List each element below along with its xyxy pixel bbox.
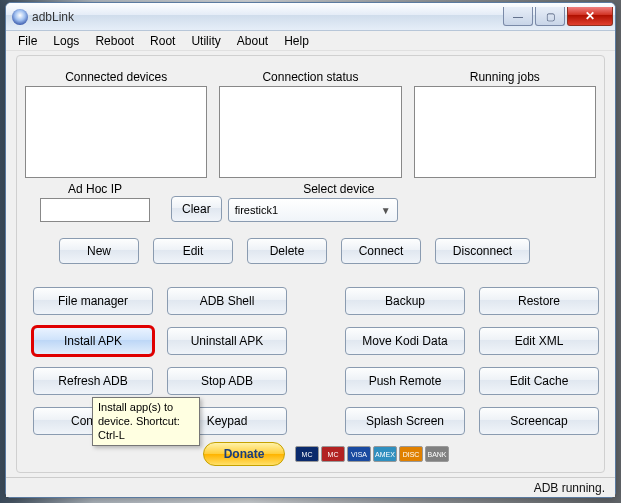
select-device-label: Select device (228, 182, 450, 196)
install-apk-tooltip: Install app(s) to device. Shortcut: Ctrl… (92, 397, 200, 446)
running-jobs-list[interactable] (414, 86, 596, 178)
refresh-adb-button[interactable]: Refresh ADB (33, 367, 153, 395)
close-button[interactable]: ✕ (567, 7, 613, 26)
running-jobs-label: Running jobs (414, 70, 596, 84)
adb-shell-button[interactable]: ADB Shell (167, 287, 287, 315)
clear-button[interactable]: Clear (171, 196, 222, 222)
delete-button[interactable]: Delete (247, 238, 327, 264)
menu-help[interactable]: Help (276, 32, 317, 50)
stop-adb-button[interactable]: Stop ADB (167, 367, 287, 395)
restore-button[interactable]: Restore (479, 287, 599, 315)
menu-root[interactable]: Root (142, 32, 183, 50)
backup-button[interactable]: Backup (345, 287, 465, 315)
connection-status-label: Connection status (219, 70, 401, 84)
menubar: File Logs Reboot Root Utility About Help (6, 31, 615, 51)
app-window: adbLink — ▢ ✕ File Logs Reboot Root Util… (5, 2, 616, 498)
status-text: ADB running. (534, 481, 605, 495)
card-icon: DISC (399, 446, 423, 462)
new-button[interactable]: New (59, 238, 139, 264)
card-icon: VISA (347, 446, 371, 462)
card-icon: MC (295, 446, 319, 462)
file-manager-button[interactable]: File manager (33, 287, 153, 315)
window-title: adbLink (32, 10, 74, 24)
titlebar[interactable]: adbLink — ▢ ✕ (6, 3, 615, 31)
menu-logs[interactable]: Logs (45, 32, 87, 50)
push-remote-button[interactable]: Push Remote (345, 367, 465, 395)
menu-about[interactable]: About (229, 32, 276, 50)
connected-devices-label: Connected devices (25, 70, 207, 84)
edit-cache-button[interactable]: Edit Cache (479, 367, 599, 395)
install-apk-button[interactable]: Install APK (33, 327, 153, 355)
client-area: Connected devices Connection status Runn… (6, 51, 615, 477)
move-kodi-button[interactable]: Move Kodi Data (345, 327, 465, 355)
disconnect-button[interactable]: Disconnect (435, 238, 530, 264)
window-controls: — ▢ ✕ (503, 7, 613, 26)
connection-status-list[interactable] (219, 86, 401, 178)
payment-cards: MCMCVISAAMEXDISCBANK (295, 446, 449, 462)
edit-xml-button[interactable]: Edit XML (479, 327, 599, 355)
maximize-button[interactable]: ▢ (535, 7, 565, 26)
splash-screen-button[interactable]: Splash Screen (345, 407, 465, 435)
chevron-down-icon: ▼ (381, 205, 391, 216)
uninstall-apk-button[interactable]: Uninstall APK (167, 327, 287, 355)
connect-button[interactable]: Connect (341, 238, 421, 264)
menu-file[interactable]: File (10, 32, 45, 50)
donate-button[interactable]: Donate (203, 442, 285, 466)
statusbar: ADB running. (6, 477, 615, 497)
minimize-button[interactable]: — (503, 7, 533, 26)
screencap-button[interactable]: Screencap (479, 407, 599, 435)
select-device-combo[interactable]: firestick1 ▼ (228, 198, 398, 222)
menu-reboot[interactable]: Reboot (87, 32, 142, 50)
select-device-value: firestick1 (235, 204, 278, 216)
menu-utility[interactable]: Utility (183, 32, 228, 50)
card-icon: AMEX (373, 446, 397, 462)
connected-devices-list[interactable] (25, 86, 207, 178)
card-icon: BANK (425, 446, 449, 462)
adhoc-ip-input[interactable] (40, 198, 150, 222)
edit-button[interactable]: Edit (153, 238, 233, 264)
app-icon (12, 9, 28, 25)
adhoc-ip-label: Ad Hoc IP (25, 182, 165, 196)
card-icon: MC (321, 446, 345, 462)
